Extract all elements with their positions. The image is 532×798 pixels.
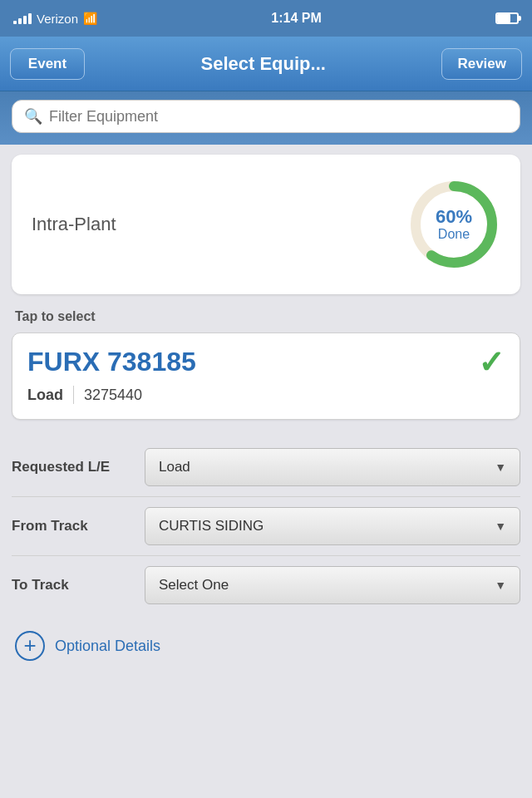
to-track-value: Select One: [159, 577, 229, 594]
carrier-label: Verizon: [37, 12, 78, 26]
nav-title: Select Equip...: [85, 53, 441, 75]
form-section: Requested L/E Load ▼ From Track CURTIS S…: [0, 433, 532, 614]
nav-bar: Event Select Equip... Review: [0, 37, 532, 91]
status-time: 1:14 PM: [271, 11, 321, 26]
to-track-select[interactable]: Select One ▼: [145, 566, 520, 604]
requested-le-select[interactable]: Load ▼: [145, 448, 520, 486]
search-bar-container: 🔍: [0, 91, 532, 145]
plus-icon: +: [23, 634, 36, 656]
donut-chart: 60% Done: [404, 175, 504, 274]
search-bar: 🔍: [12, 100, 520, 133]
optional-row[interactable]: + Optional Details: [0, 614, 532, 677]
to-track-dropdown-arrow-icon: ▼: [495, 579, 506, 592]
status-bar-left: Verizon 📶: [13, 12, 97, 26]
equipment-card[interactable]: FURX 738185 Load 3275440 ✓: [12, 332, 520, 420]
wifi-icon: 📶: [83, 12, 97, 25]
status-bar: Verizon 📶 1:14 PM: [0, 0, 532, 37]
requested-le-label: Requested L/E: [12, 459, 145, 475]
donut-done: Done: [436, 227, 472, 242]
from-track-dropdown-arrow-icon: ▼: [495, 520, 506, 533]
status-bar-right: [495, 12, 519, 24]
intra-plant-label: Intra-Plant: [32, 214, 116, 235]
from-track-value: CURTIS SIDING: [159, 518, 264, 534]
load-label: Load: [27, 387, 63, 404]
checkmark-icon: ✓: [478, 347, 505, 378]
from-track-select[interactable]: CURTIS SIDING ▼: [145, 507, 520, 545]
load-divider: [73, 386, 74, 404]
add-optional-button[interactable]: +: [15, 631, 45, 661]
optional-label: Optional Details: [55, 638, 160, 655]
review-button[interactable]: Review: [441, 48, 522, 80]
signal-icon: [13, 13, 32, 24]
dropdown-arrow-icon: ▼: [495, 461, 506, 474]
donut-text: 60% Done: [436, 207, 472, 242]
search-input[interactable]: [49, 108, 508, 126]
search-icon: 🔍: [24, 107, 42, 126]
requested-le-row: Requested L/E Load ▼: [12, 438, 520, 497]
battery-icon: [495, 12, 519, 24]
requested-le-value: Load: [159, 459, 190, 475]
progress-card: Intra-Plant 60% Done: [12, 155, 520, 294]
donut-percent: 60%: [436, 207, 472, 227]
event-button[interactable]: Event: [10, 48, 85, 80]
tap-label: Tap to select: [0, 304, 532, 332]
load-value: 3275440: [84, 387, 142, 404]
equipment-load-row: Load 3275440: [27, 386, 505, 404]
to-track-label: To Track: [12, 577, 145, 594]
from-track-row: From Track CURTIS SIDING ▼: [12, 497, 520, 556]
main-content: Intra-Plant 60% Done Tap to select FURX …: [0, 155, 532, 677]
to-track-row: To Track Select One ▼: [12, 556, 520, 614]
equipment-id: FURX 738185: [27, 347, 505, 377]
from-track-label: From Track: [12, 518, 145, 534]
